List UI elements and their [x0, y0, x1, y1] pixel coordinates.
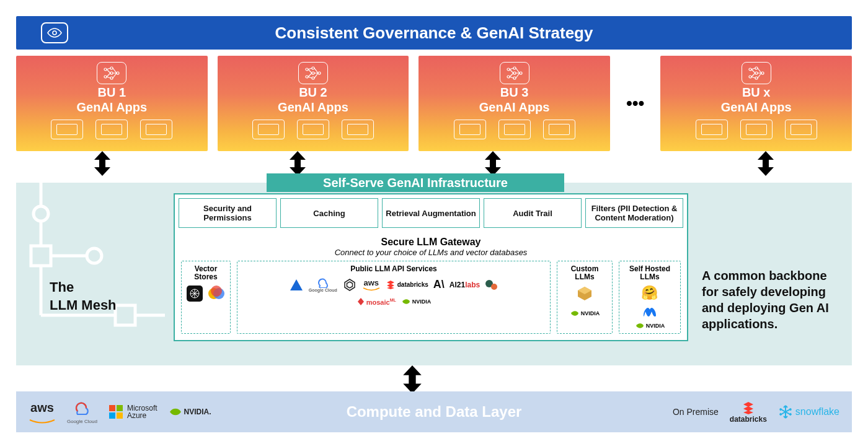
infra-chip: Filters (PII Detection & Content Moderat… [585, 198, 683, 228]
bu-card-2: BU 2 GenAI Apps [218, 56, 409, 151]
svg-point-16 [513, 72, 516, 74]
neural-net-icon [97, 62, 126, 84]
svg-point-6 [117, 72, 119, 74]
bu-card-3: BU 3 GenAI Apps [418, 56, 610, 151]
svg-point-3 [110, 67, 113, 69]
app-icon [740, 120, 773, 139]
bu-subtitle: GenAI Apps [721, 100, 792, 115]
svg-point-17 [513, 77, 516, 79]
svg-point-29 [33, 206, 48, 221]
svg-point-20 [749, 76, 751, 78]
up-down-arrow-icon [93, 151, 112, 176]
chroma-logo-icon [208, 285, 225, 302]
mosaicml-logo-icon: mosaicML [356, 297, 396, 306]
bu-card-1: BU 1 GenAI Apps [16, 56, 208, 151]
bu-row: BU 1 GenAI Apps BU 2 GenAI Apps BU 3 Gen… [16, 56, 852, 151]
svg-point-37 [211, 286, 222, 297]
app-icon [454, 120, 486, 139]
nvidia-logo-icon: NVIDIA. [169, 407, 211, 417]
infra-chip: Audit Trail [484, 198, 582, 228]
selfserve-header: Self-Serve GenAI Infrastructure [267, 173, 564, 192]
infra-chip: Security and Permissions [179, 198, 277, 228]
neural-net-icon [500, 62, 529, 84]
public-llm-column: Public LLM API Services Google Cloud aws… [237, 261, 551, 334]
app-icon [252, 120, 285, 139]
infra-chip: Retrieval Augmentation [382, 198, 480, 228]
openai-logo-icon [342, 277, 357, 292]
bu-title: BU x [742, 85, 771, 99]
pinecone-logo-icon [187, 286, 203, 302]
bu-subtitle: GenAI Apps [76, 100, 147, 115]
ai21-logo-icon: AI21 labs [450, 281, 480, 289]
svg-point-2 [104, 76, 107, 78]
svg-marker-27 [485, 151, 501, 176]
custom-llm-column: Custom LLMs NVIDIA [557, 261, 613, 334]
svg-point-42 [491, 284, 497, 290]
microsoft-azure-logo-icon: MicrosoftAzure [108, 404, 157, 419]
app-icon [342, 120, 374, 139]
compute-layer: Compute and Data Layer aws Google Cloud … [16, 391, 852, 432]
snowflake-logo-icon: snowflake [778, 404, 839, 419]
gateway-subtitle: Connect to your choice of LLMs and vecto… [181, 248, 681, 257]
up-down-arrow-icon [402, 365, 423, 391]
svg-point-21 [755, 67, 758, 69]
neural-net-icon [298, 62, 328, 84]
app-icon [498, 120, 531, 139]
mesh-title: The LLM Mesh [50, 279, 117, 314]
column-label: Custom LLMs [561, 265, 608, 281]
svg-point-24 [761, 72, 764, 74]
up-down-arrow-icon [288, 151, 307, 176]
anthropic-logo-icon: A\ [433, 278, 445, 291]
svg-marker-39 [345, 279, 355, 290]
huggingface-logo-icon: 🤗 [641, 285, 658, 301]
svg-point-4 [110, 72, 113, 74]
svg-point-7 [306, 68, 308, 71]
databricks-logo-icon: databricks [386, 280, 428, 290]
svg-rect-32 [115, 305, 135, 325]
infra-chips-row: Security and Permissions Caching Retriev… [175, 194, 687, 232]
aws-cube-logo-icon [576, 285, 593, 302]
svg-point-5 [110, 77, 113, 79]
gateway-section: Secure LLM Gateway Connect to your choic… [175, 232, 687, 340]
backbone-description: A common backbone for safely developing … [702, 268, 844, 332]
databricks-logo-icon: databricks [730, 401, 767, 424]
nvidia-logo-icon: NVIDIA [570, 310, 600, 317]
bu-title: BU 2 [299, 85, 327, 99]
app-icon [95, 120, 128, 139]
up-down-arrow-icon [484, 151, 502, 176]
selfhosted-llm-column: Self Hosted LLMs 🤗 NVIDIA [619, 261, 681, 334]
nvidia-logo-icon: NVIDIA [635, 322, 665, 329]
governance-bar: Consistent Governance & GenAI Strategy [16, 16, 852, 50]
aws-logo-icon: aws [362, 278, 381, 291]
bu-title: BU 1 [98, 85, 126, 99]
app-icon [696, 120, 728, 139]
svg-point-23 [755, 77, 758, 79]
column-label: Self Hosted LLMs [623, 265, 676, 281]
governance-title: Consistent Governance & GenAI Strategy [275, 24, 593, 43]
aws-logo-icon: aws [29, 401, 56, 424]
bu-card-x: BU x GenAI Apps [660, 56, 852, 151]
svg-rect-30 [31, 246, 51, 266]
mesh-title-line2: LLM Mesh [50, 297, 117, 313]
meta-logo-icon [642, 306, 658, 317]
svg-point-22 [755, 72, 758, 74]
svg-point-18 [520, 72, 522, 74]
svg-point-8 [306, 76, 308, 78]
bu-title: BU 3 [500, 85, 529, 99]
app-icon [51, 120, 83, 139]
ellipsis: ••• [620, 94, 650, 113]
svg-rect-47 [117, 405, 123, 411]
gateway-title: Secure LLM Gateway [181, 237, 681, 248]
google-cloud-logo-icon: Google Cloud [67, 400, 97, 424]
google-cloud-logo-icon: Google Cloud [309, 277, 337, 292]
svg-point-1 [104, 68, 107, 71]
svg-rect-46 [109, 405, 115, 411]
infrastructure-box: Security and Permissions Caching Retriev… [174, 193, 688, 341]
svg-marker-45 [403, 365, 421, 393]
nvidia-logo-icon: NVIDIA [401, 298, 432, 305]
bu-subtitle: GenAI Apps [278, 100, 348, 115]
svg-marker-25 [94, 151, 110, 176]
svg-marker-38 [290, 279, 303, 290]
azure-logo-icon [289, 278, 304, 292]
app-icon [543, 120, 575, 139]
